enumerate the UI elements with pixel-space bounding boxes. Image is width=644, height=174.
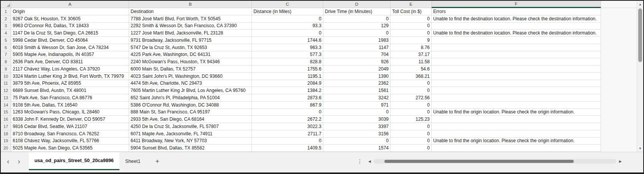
- row-number[interactable]: 5: [1, 37, 11, 44]
- cell-drive-time[interactable]: 2362: [323, 80, 391, 87]
- cell-drive-time[interactable]: 0: [323, 138, 391, 145]
- cell-distance[interactable]: 828.8: [252, 58, 323, 66]
- column-header-b[interactable]: B: [129, 1, 252, 8]
- cell-origin[interactable]: 9816 Cedar Blvd, Seattle, WA 21107: [11, 123, 129, 130]
- cell-drive-time[interactable]: 1983: [323, 37, 391, 44]
- cell-toll-cost[interactable]: 0: [391, 23, 432, 30]
- row-number[interactable]: 15: [1, 109, 11, 116]
- cell-distance[interactable]: 1744.6: [252, 37, 323, 44]
- cell-origin[interactable]: 3324 Martin Luther King Jr Blvd, Fort Wo…: [11, 73, 129, 80]
- cell-destination[interactable]: 6071 Maple Ave, Jacksonville, FL 74911: [129, 130, 252, 138]
- column-header-c[interactable]: C: [252, 1, 323, 8]
- cell-errors[interactable]: [432, 58, 601, 66]
- row-number[interactable]: 11: [1, 80, 11, 87]
- cell-errors[interactable]: [432, 44, 601, 51]
- cell-destination[interactable]: 2240 McGowan's Pass, Houston, TX 94346: [129, 58, 252, 66]
- cell-destination[interactable]: 4474 5th Ave, Charlotte, NC 29473: [129, 80, 252, 87]
- row-number[interactable]: 1: [1, 8, 11, 15]
- cell-destination[interactable]: 4023 Saint John's Pl, Washington, DC 936…: [129, 73, 252, 80]
- cell-errors[interactable]: [432, 37, 601, 44]
- cell-distance[interactable]: Distance (in Miles): [252, 8, 323, 15]
- cell-drive-time[interactable]: 0: [323, 15, 391, 23]
- tab-usa-od-pairs[interactable]: usa_od_pairs_Street_50_20ca9896: [29, 152, 119, 170]
- cell-toll-cost[interactable]: 0: [391, 87, 432, 94]
- horizontal-scrollbar-track[interactable]: [374, 159, 616, 164]
- cell-destination[interactable]: 5904 Sunset Blvd, Dallas, TX 85582: [129, 144, 252, 152]
- cell-origin[interactable]: 2117 Chávez Way, Los Angeles, CA 37920: [11, 66, 129, 73]
- cell-destination[interactable]: 9731 Broadway, Jacksonville, FL 97715: [129, 37, 252, 44]
- cell-distance[interactable]: 2873.6: [252, 94, 323, 102]
- cell-drive-time[interactable]: 1147: [323, 44, 391, 51]
- vertical-scrollbar[interactable]: ▲ ▼: [637, 1, 643, 152]
- cell-distance[interactable]: 2084.9: [252, 80, 323, 87]
- cell-origin[interactable]: 6338 John F. Kennedy Dr, Denver, CO 5905…: [11, 116, 129, 123]
- cell-destination[interactable]: Destination: [129, 8, 252, 15]
- cell-toll-cost[interactable]: Toll Cost (in $): [391, 8, 432, 15]
- row-number[interactable]: 16: [1, 116, 11, 123]
- cell-toll-cost[interactable]: 0: [391, 30, 432, 37]
- cell-toll-cost[interactable]: 0: [391, 130, 432, 138]
- cell-drive-time[interactable]: 926: [323, 58, 391, 66]
- scroll-left-icon[interactable]: ◀: [368, 159, 371, 163]
- row-number[interactable]: 7: [1, 51, 11, 59]
- cell-origin[interactable]: 6018 Smith & Wesson Dr, San Jose, CA 782…: [11, 44, 129, 51]
- select-all-button[interactable]: [1, 1, 11, 8]
- cell-errors[interactable]: [432, 23, 601, 30]
- cell-drive-time[interactable]: 971: [323, 102, 391, 109]
- cell-toll-cost[interactable]: 368.21: [391, 73, 432, 80]
- cell-origin[interactable]: 75 Park Ave, San Francisco, CA 86776: [11, 94, 129, 102]
- cell-drive-time[interactable]: 704: [323, 51, 391, 59]
- cell-errors[interactable]: [432, 87, 601, 94]
- cell-distance[interactable]: 3022.3: [252, 123, 323, 130]
- cell-distance[interactable]: 1755.6: [252, 66, 323, 73]
- cell-toll-cost[interactable]: 0: [391, 80, 432, 87]
- cell-errors[interactable]: Errors: [432, 8, 601, 15]
- cell-toll-cost[interactable]: 0: [391, 138, 432, 145]
- cell-toll-cost[interactable]: 37.17: [391, 51, 432, 59]
- cell-distance[interactable]: 0: [252, 109, 323, 116]
- cell-errors[interactable]: [432, 102, 601, 109]
- cell-errors[interactable]: [432, 144, 601, 152]
- row-number[interactable]: 12: [1, 87, 11, 94]
- row-number[interactable]: 8: [1, 58, 11, 66]
- cell-origin[interactable]: 1263 McGowan's Pass, Chicago, IL 28460: [11, 109, 129, 116]
- column-header-e[interactable]: E: [391, 1, 432, 8]
- cell-distance[interactable]: 1384.2: [252, 87, 323, 94]
- cell-toll-cost[interactable]: 0: [391, 102, 432, 109]
- cell-toll-cost[interactable]: 0: [391, 109, 432, 116]
- row-number[interactable]: 3: [1, 23, 11, 30]
- cell-drive-time[interactable]: 129: [323, 23, 391, 30]
- cell-distance[interactable]: 867.9: [252, 102, 323, 109]
- cell-toll-cost[interactable]: 11.58: [391, 58, 432, 66]
- sheet-options-menu-button[interactable]: ⋮: [352, 152, 368, 170]
- cell-toll-cost[interactable]: 54.6: [391, 66, 432, 73]
- cell-origin[interactable]: 6108 Chávez Way, Jacksonville, FL 57766: [11, 138, 129, 145]
- cell-distance[interactable]: 2672.2: [252, 116, 323, 123]
- add-sheet-button[interactable]: +: [152, 152, 163, 170]
- tab-sheet1[interactable]: Sheet1: [119, 152, 146, 170]
- cell-errors[interactable]: Unable to find the destination location.…: [432, 15, 601, 23]
- cell-distance[interactable]: 0: [252, 15, 323, 23]
- cell-destination[interactable]: 6000 Main St, Dallas, TX 52757: [129, 66, 252, 73]
- cell-toll-cost[interactable]: 0: [391, 144, 432, 152]
- cell-destination[interactable]: 2292 Smith & Wesson Dr, San Francisco, C…: [129, 23, 252, 30]
- column-header-d[interactable]: D: [323, 1, 391, 8]
- cell-errors[interactable]: [432, 116, 601, 123]
- cell-drive-time[interactable]: 1561: [323, 87, 391, 94]
- horizontal-scrollbar[interactable]: ◀ ▶: [368, 152, 622, 170]
- cell-distance[interactable]: 1409.5: [252, 144, 323, 152]
- cell-errors[interactable]: Unable to find the origin location. Plea…: [432, 109, 601, 116]
- cell-distance[interactable]: 1195.1: [252, 73, 323, 80]
- next-sheet-button[interactable]: ›: [18, 158, 20, 165]
- prev-sheet-button[interactable]: ‹: [7, 158, 9, 165]
- cell-distance[interactable]: 93.3: [252, 23, 323, 30]
- row-number[interactable]: 10: [1, 73, 11, 80]
- cell-errors[interactable]: [432, 94, 601, 102]
- cell-toll-cost[interactable]: 0: [391, 123, 432, 130]
- scroll-right-icon[interactable]: ▶: [619, 159, 622, 163]
- cell-drive-time[interactable]: 2049: [323, 66, 391, 73]
- column-header-a[interactable]: A: [11, 1, 129, 8]
- cell-origin[interactable]: Origin: [11, 8, 129, 15]
- cell-drive-time[interactable]: 1574: [323, 144, 391, 152]
- row-number[interactable]: 20: [1, 144, 11, 152]
